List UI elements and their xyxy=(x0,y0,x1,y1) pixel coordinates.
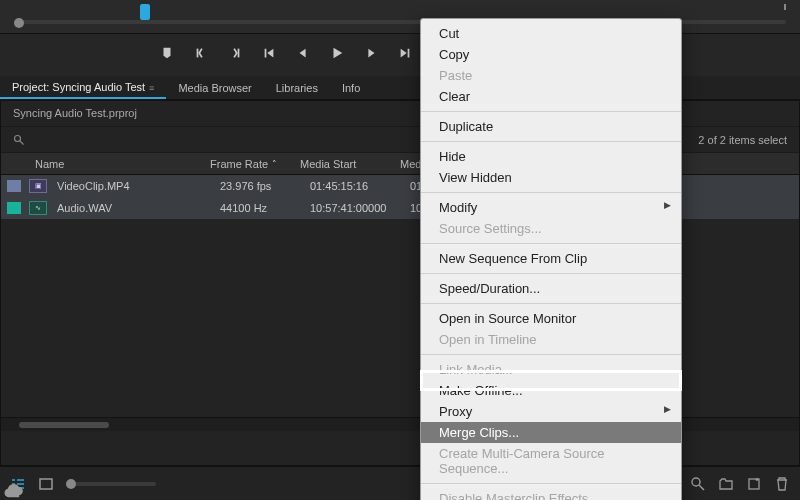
audio-clip-icon: ∿ xyxy=(29,201,47,215)
col-name[interactable]: Name xyxy=(35,158,210,170)
sort-asc-icon: ˄ xyxy=(272,159,277,169)
menu-copy[interactable]: Copy xyxy=(421,44,681,65)
menu-modify[interactable]: Modify xyxy=(421,197,681,218)
tab-info[interactable]: Info xyxy=(330,78,372,98)
play-icon[interactable] xyxy=(330,46,344,60)
go-to-in-icon[interactable] xyxy=(262,46,276,60)
icon-view-icon[interactable] xyxy=(38,477,54,491)
menu-new-sequence-from-clip[interactable]: New Sequence From Clip xyxy=(421,248,681,269)
app-root: Project: Syncing Audio Test≡ Media Brows… xyxy=(0,0,800,500)
tab-project[interactable]: Project: Syncing Audio Test≡ xyxy=(0,77,166,99)
video-clip-icon: ▣ xyxy=(29,179,47,193)
timeline-end-tick xyxy=(784,4,786,10)
mark-in-icon[interactable] xyxy=(194,46,208,60)
items-selected-status: 2 of 2 items select xyxy=(698,134,787,146)
creative-cloud-icon[interactable] xyxy=(2,480,24,500)
col-frame-rate[interactable]: Frame Rate˄ xyxy=(210,158,300,170)
menu-speed-duration[interactable]: Speed/Duration... xyxy=(421,278,681,299)
zoom-slider[interactable] xyxy=(66,482,156,486)
tab-media-browser-label: Media Browser xyxy=(178,82,251,94)
add-marker-icon[interactable] xyxy=(160,46,174,60)
item-media-start: 10:57:41:00000 xyxy=(310,202,410,214)
find-icon[interactable] xyxy=(690,477,706,491)
menu-merge-clips[interactable]: Merge Clips... xyxy=(421,422,681,443)
panel-menu-icon[interactable]: ≡ xyxy=(149,83,154,93)
step-forward-icon[interactable] xyxy=(364,46,378,60)
step-back-icon[interactable] xyxy=(296,46,310,60)
mark-out-icon[interactable] xyxy=(228,46,242,60)
menu-hide[interactable]: Hide xyxy=(421,146,681,167)
tab-libraries[interactable]: Libraries xyxy=(264,78,330,98)
label-chip[interactable] xyxy=(7,202,21,214)
new-bin-icon[interactable] xyxy=(718,477,734,491)
search-icon[interactable] xyxy=(13,134,25,146)
go-to-out-icon[interactable] xyxy=(398,46,412,60)
menu-open-in-timeline: Open in Timeline xyxy=(421,329,681,350)
tab-info-label: Info xyxy=(342,82,360,94)
playback-toolbar xyxy=(160,38,420,68)
svg-point-4 xyxy=(692,478,700,486)
zoom-handle[interactable] xyxy=(66,479,76,489)
menu-paste: Paste xyxy=(421,65,681,86)
menu-source-settings: Source Settings... xyxy=(421,218,681,239)
item-frame-rate: 44100 Hz xyxy=(220,202,310,214)
menu-cut[interactable]: Cut xyxy=(421,23,681,44)
col-media-start[interactable]: Media Start xyxy=(300,158,400,170)
scroll-thumb[interactable] xyxy=(19,422,109,428)
playhead-marker[interactable] xyxy=(140,4,150,20)
item-media-start: 01:45:15:16 xyxy=(310,180,410,192)
tab-libraries-label: Libraries xyxy=(276,82,318,94)
playhead-start-dot[interactable] xyxy=(14,18,24,28)
menu-open-source-monitor[interactable]: Open in Source Monitor xyxy=(421,308,681,329)
context-menu: Cut Copy Paste Clear Duplicate Hide View… xyxy=(420,18,682,500)
menu-make-offline[interactable]: Make Offline... xyxy=(421,380,681,401)
menu-view-hidden[interactable]: View Hidden xyxy=(421,167,681,188)
menu-proxy[interactable]: Proxy xyxy=(421,401,681,422)
svg-rect-2 xyxy=(40,479,52,489)
tab-project-label: Project: Syncing Audio Test xyxy=(12,81,145,93)
new-item-icon[interactable] xyxy=(746,477,762,491)
menu-create-multicam: Create Multi-Camera Source Sequence... xyxy=(421,443,681,479)
menu-disable-masterclip: Disable Masterclip Effects xyxy=(421,488,681,500)
item-name: VideoClip.MP4 xyxy=(57,180,220,192)
menu-clear[interactable]: Clear xyxy=(421,86,681,107)
item-name: Audio.WAV xyxy=(57,202,220,214)
svg-point-0 xyxy=(15,135,21,141)
menu-link-media: Link Media... xyxy=(421,359,681,380)
item-frame-rate: 23.976 fps xyxy=(220,180,310,192)
menu-duplicate[interactable]: Duplicate xyxy=(421,116,681,137)
label-chip[interactable] xyxy=(7,180,21,192)
tab-media-browser[interactable]: Media Browser xyxy=(166,78,263,98)
trash-icon[interactable] xyxy=(774,477,790,491)
